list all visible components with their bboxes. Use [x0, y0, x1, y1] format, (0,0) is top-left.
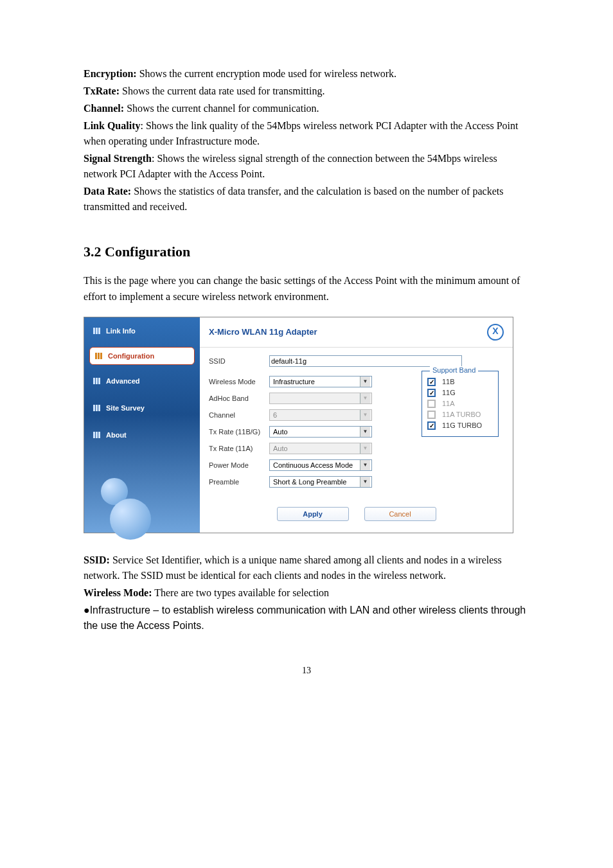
channel-select: 6▼: [269, 409, 372, 421]
term-linkquality: Link Quality: [84, 120, 140, 131]
chevron-down-icon: ▼: [360, 376, 370, 387]
term-signal: Signal Strength: [84, 153, 152, 164]
wireless-mode-label: Wireless Mode: [209, 378, 269, 385]
text-wireless-mode: There are two types available for select…: [152, 587, 330, 598]
svg-rect-1: [96, 328, 98, 334]
text-ssid: Service Set Identifier, which is a uniqu…: [84, 554, 502, 581]
chevron-down-icon: ▼: [360, 460, 370, 470]
svg-rect-11: [98, 405, 100, 411]
svg-rect-7: [96, 378, 98, 384]
checkbox-11a: [427, 400, 436, 408]
panel-header: X-Micro WLAN 11g Adapter X: [200, 317, 513, 348]
chevron-down-icon: ▼: [360, 410, 370, 420]
adhoc-band-label: AdHoc Band: [209, 394, 269, 402]
panel-body: SSID Wireless Mode Infrastructure▼ AdHoc…: [200, 348, 513, 533]
text-encryption: Shows the current encryption mode used f…: [137, 68, 396, 79]
ssid-input[interactable]: [269, 355, 462, 367]
txrate-a-select: Auto▼: [269, 443, 372, 454]
text-channel: Shows the current channel for communicat…: [124, 103, 319, 114]
cb-11g-label: 11G: [442, 389, 456, 396]
term-ssid: SSID:: [84, 554, 110, 565]
text-txrate: Shows the current data rate used for tra…: [120, 85, 324, 96]
nav-site-survey-label: Site Survey: [106, 404, 145, 412]
close-icon[interactable]: X: [487, 324, 504, 341]
checkbox-11b[interactable]: [427, 378, 436, 386]
term-datarate: Data Rate:: [84, 186, 131, 197]
power-mode-select[interactable]: Continuous Access Mode▼: [269, 459, 372, 471]
wireless-mode-select[interactable]: Infrastructure▼: [269, 376, 372, 387]
bars-icon: [93, 327, 101, 335]
txrate-bg-select[interactable]: Auto▼: [269, 426, 372, 438]
nav-about-label: About: [106, 431, 127, 439]
dialog-nav: Link Info Configuration Advanced Site Su…: [84, 317, 200, 533]
nav-about[interactable]: About: [84, 421, 200, 448]
svg-rect-12: [93, 432, 95, 438]
svg-rect-4: [98, 353, 100, 359]
svg-rect-9: [93, 405, 95, 411]
nav-advanced[interactable]: Advanced: [84, 368, 200, 394]
support-band-legend: Support Band: [430, 366, 478, 374]
panel-title: X-Micro WLAN 11g Adapter: [209, 327, 317, 337]
bars-icon: [95, 352, 103, 360]
txrate-a-label: Tx Rate (11A): [209, 445, 269, 452]
section-heading: 3.2 Configuration: [84, 244, 529, 260]
nav-site-survey[interactable]: Site Survey: [84, 394, 200, 421]
txrate-bg-label: Tx Rate (11B/G): [209, 428, 269, 436]
page-number: 13: [84, 666, 529, 676]
support-band-group: Support Band 11B 11G 11A 11A TURBO 11G T…: [422, 371, 499, 437]
nav-link-info[interactable]: Link Info: [84, 317, 200, 344]
bars-icon: [93, 377, 101, 385]
post-dialog-definitions: SSID: Service Set Identifier, which is a…: [84, 553, 529, 633]
cb-11a-turbo-label: 11A TURBO: [442, 411, 481, 418]
configuration-dialog: Link Info Configuration Advanced Site Su…: [84, 317, 513, 533]
decoration-orb-icon: [110, 499, 151, 540]
nav-advanced-label: Advanced: [106, 377, 140, 385]
checkbox-11a-turbo: [427, 411, 436, 419]
chevron-down-icon: ▼: [360, 427, 370, 437]
power-mode-label: Power Mode: [209, 461, 269, 469]
cb-11b-label: 11B: [442, 378, 455, 385]
term-txrate: TxRate:: [84, 85, 120, 96]
bullet-infrastructure: ●Infrastructure – to establish wireless …: [84, 605, 526, 631]
text-linkquality: : Shows the link quality of the 54Mbps w…: [84, 120, 518, 146]
ssid-label: SSID: [209, 357, 269, 365]
chevron-down-icon: ▼: [360, 443, 370, 454]
cb-11g-turbo-label: 11G TURBO: [442, 421, 482, 429]
preamble-label: Preamble: [209, 478, 269, 486]
nav-link-info-label: Link Info: [106, 327, 136, 335]
chevron-down-icon: ▼: [360, 393, 370, 403]
svg-rect-13: [96, 432, 98, 438]
svg-rect-0: [93, 328, 95, 334]
checkbox-11g[interactable]: [427, 389, 436, 397]
section-intro: This is the page where you can change th…: [84, 273, 529, 305]
cb-11a-label: 11A: [442, 400, 455, 407]
svg-rect-10: [96, 405, 98, 411]
nav-configuration[interactable]: Configuration: [89, 347, 195, 365]
bars-icon: [93, 404, 101, 412]
term-channel: Channel:: [84, 103, 124, 114]
channel-label: Channel: [209, 411, 269, 419]
adhoc-band-select: ▼: [269, 393, 372, 404]
checkbox-11g-turbo[interactable]: [427, 421, 436, 430]
chevron-down-icon: ▼: [360, 477, 370, 487]
text-datarate: Shows the statistics of data transfer, a…: [84, 186, 503, 212]
svg-rect-2: [98, 328, 100, 334]
cancel-button[interactable]: Cancel: [364, 507, 436, 521]
term-encryption: Encryption:: [84, 68, 137, 79]
svg-rect-14: [98, 432, 100, 438]
svg-rect-6: [93, 378, 95, 384]
preamble-select[interactable]: Short & Long Preamble▼: [269, 476, 372, 488]
svg-rect-3: [95, 353, 97, 359]
apply-button[interactable]: Apply: [277, 507, 349, 521]
svg-rect-8: [98, 378, 100, 384]
definitions-block: Encryption: Shows the current encryption…: [84, 66, 529, 215]
term-wireless-mode: Wireless Mode:: [84, 587, 152, 598]
nav-configuration-label: Configuration: [108, 352, 154, 360]
svg-rect-5: [100, 353, 102, 359]
bars-icon: [93, 431, 101, 439]
dialog-panel: X-Micro WLAN 11g Adapter X SSID Wireless…: [200, 317, 513, 533]
